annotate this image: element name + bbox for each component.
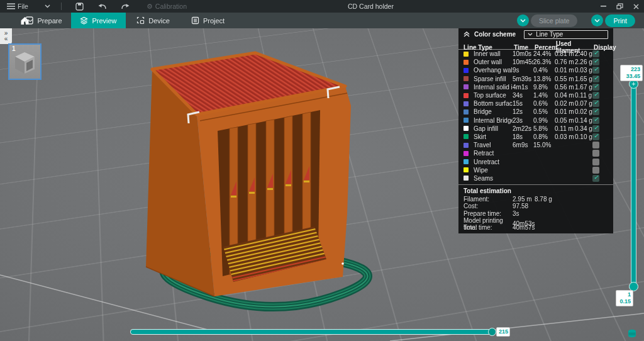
total-row-label: Prepare time: bbox=[464, 210, 513, 217]
display-checkbox[interactable] bbox=[592, 117, 599, 124]
line-type-meters: 0.11 m bbox=[555, 125, 575, 132]
move-slider-handle[interactable] bbox=[488, 328, 496, 336]
line-type-color-swatch bbox=[464, 126, 469, 131]
line-type-time: 9s bbox=[513, 67, 533, 74]
line-type-label: Top surface bbox=[474, 92, 513, 99]
line-type-time: 15s bbox=[513, 100, 533, 107]
slice-options-button[interactable] bbox=[517, 14, 529, 26]
layer-top-value: 223 bbox=[623, 66, 640, 73]
line-type-row: Gap infill 2m22s 5.8% 0.11 m 0.34 g bbox=[458, 125, 613, 133]
line-type-grams: 0.14 g bbox=[575, 117, 592, 124]
line-type-row: Internal Bridge 23s 0.9% 0.05 m 0.14 g bbox=[458, 116, 613, 125]
sidebar-collapse-toggle[interactable]: »« bbox=[0, 28, 12, 44]
model-cd-card-holder[interactable] bbox=[146, 53, 351, 296]
display-checkbox[interactable] bbox=[592, 175, 599, 182]
display-checkbox[interactable] bbox=[592, 159, 599, 165]
total-estimation-title: Total estimation bbox=[464, 186, 608, 196]
display-checkbox[interactable] bbox=[592, 59, 599, 65]
plate-thumbnail[interactable]: 1 bbox=[8, 43, 42, 80]
line-type-color-swatch bbox=[464, 52, 469, 57]
line-type-table-body: Inner wall 10m0s 24.4% 0.81 m 2.40 g Out… bbox=[458, 50, 613, 182]
total-estimation-rows: Filament: 2.95 m 8.78 g Cost: 97.58 Prep… bbox=[464, 196, 608, 231]
line-type-percent: 0.5% bbox=[533, 108, 555, 115]
total-row: Total time: 40m57s bbox=[464, 224, 608, 231]
tab-prepare[interactable]: Prepare bbox=[16, 13, 71, 28]
file-menu[interactable]: File bbox=[5, 0, 30, 13]
chevron-down-icon bbox=[528, 33, 533, 36]
line-type-label: Retract bbox=[474, 150, 513, 157]
display-checkbox[interactable] bbox=[592, 133, 599, 140]
line-type-time: 4m1s bbox=[513, 84, 533, 91]
line-type-percent: 26.3% bbox=[533, 59, 555, 65]
line-type-color-swatch bbox=[464, 68, 469, 73]
display-checkbox[interactable] bbox=[592, 108, 599, 115]
col-line-type: Line Type bbox=[464, 44, 514, 51]
print-split-button: Print bbox=[591, 14, 635, 27]
display-checkbox[interactable] bbox=[592, 84, 599, 91]
line-type-meters: 0.01 m bbox=[555, 108, 575, 115]
project-icon bbox=[191, 16, 199, 25]
tab-prepare-label: Prepare bbox=[37, 17, 62, 25]
layer-bottom-value: 1 bbox=[618, 291, 631, 298]
print-options-button[interactable] bbox=[591, 14, 603, 26]
redo-button[interactable] bbox=[119, 0, 131, 13]
display-checkbox[interactable] bbox=[592, 92, 599, 99]
display-checkbox[interactable] bbox=[592, 50, 599, 57]
display-checkbox[interactable] bbox=[592, 125, 599, 132]
line-type-row: Wipe bbox=[458, 166, 613, 174]
line-type-color-swatch bbox=[464, 76, 469, 81]
display-checkbox[interactable] bbox=[592, 150, 599, 157]
color-scheme-dropdown[interactable]: Line Type bbox=[524, 30, 608, 39]
layer-bottom-height: 0.15 bbox=[618, 298, 631, 305]
undo-button[interactable] bbox=[97, 0, 108, 13]
line-type-color-swatch bbox=[464, 118, 469, 123]
layer-slider-track[interactable] bbox=[631, 82, 636, 288]
line-type-row: Retract bbox=[458, 149, 613, 157]
tab-bar: Prepare Preview Device Project Slice pla… bbox=[0, 13, 644, 28]
close-button[interactable] bbox=[628, 0, 644, 13]
line-type-grams: 0.10 g bbox=[575, 133, 592, 140]
restore-button[interactable] bbox=[611, 0, 628, 13]
print-button[interactable]: Print bbox=[605, 14, 635, 27]
calibration-button[interactable]: ⚙ Calibration bbox=[145, 0, 189, 13]
color-scheme-selected: Line Type bbox=[536, 31, 563, 38]
collapse-panel-button[interactable] bbox=[464, 31, 470, 37]
line-type-label: Sparse infill bbox=[474, 75, 513, 82]
layer-stack-icon[interactable] bbox=[628, 329, 636, 338]
legend-panel: Color scheme Line Type Line Type Time Pe… bbox=[458, 28, 613, 233]
minimize-icon bbox=[601, 6, 606, 7]
line-type-color-swatch bbox=[464, 84, 469, 89]
line-type-time: 10m0s bbox=[513, 50, 533, 57]
line-type-time: 10m45s bbox=[513, 59, 533, 65]
tab-device[interactable]: Device bbox=[126, 13, 180, 28]
line-type-color-swatch bbox=[464, 109, 469, 115]
layer-top-height: 33.45 bbox=[623, 73, 640, 80]
slice-plate-button[interactable]: Slice plate bbox=[531, 14, 577, 27]
tab-preview[interactable]: Preview bbox=[71, 13, 126, 28]
file-menu-expander[interactable] bbox=[43, 0, 52, 13]
line-type-percent: 9.8% bbox=[533, 84, 555, 91]
minimize-button[interactable] bbox=[595, 0, 611, 13]
display-checkbox[interactable] bbox=[592, 100, 599, 107]
tab-project[interactable]: Project bbox=[180, 13, 235, 28]
display-checkbox[interactable] bbox=[592, 142, 599, 148]
gear-icon: ⚙ bbox=[147, 3, 153, 11]
prepare-icon bbox=[25, 16, 33, 25]
save-button[interactable] bbox=[74, 0, 86, 13]
display-checkbox[interactable] bbox=[592, 75, 599, 82]
display-checkbox[interactable] bbox=[592, 167, 599, 174]
line-type-row: Travel 6m9s 15.0% bbox=[458, 141, 613, 149]
line-type-time: 2m22s bbox=[513, 125, 533, 132]
line-type-grams: 2.40 g bbox=[575, 50, 592, 57]
line-type-percent: 5.8% bbox=[533, 125, 555, 132]
line-type-label: Skirt bbox=[474, 133, 513, 140]
line-type-meters: 0.76 m bbox=[555, 59, 575, 65]
col-percent: Percent bbox=[535, 44, 556, 51]
line-type-time: 18s bbox=[513, 133, 533, 140]
move-slider-track[interactable] bbox=[130, 329, 493, 335]
expand-collapse-icon: »« bbox=[4, 30, 8, 42]
display-checkbox[interactable] bbox=[592, 67, 599, 74]
line-type-row: Sparse infill 5m39s 13.8% 0.55 m 1.65 g bbox=[458, 75, 613, 83]
undo-icon bbox=[98, 3, 107, 10]
line-type-percent: 13.8% bbox=[533, 75, 555, 82]
